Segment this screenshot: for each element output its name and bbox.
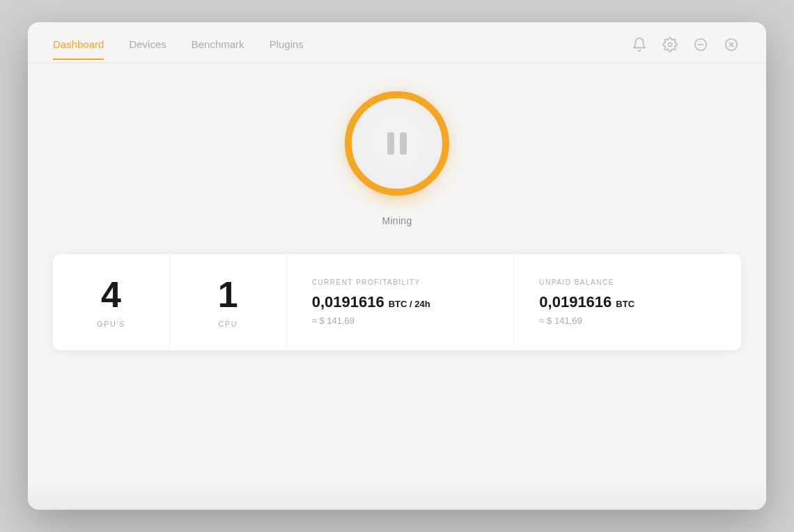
nav-links: Dashboard Devices Benchmark Plugins: [53, 38, 304, 60]
stats-row: 4 GPU'S 1 CPU CURRENT PROFITABILITY 0,01…: [53, 254, 741, 350]
bottom-fade: [28, 482, 766, 510]
gpu-count-value: 4: [101, 276, 121, 313]
bell-icon: [632, 37, 647, 52]
nav-bar: Dashboard Devices Benchmark Plugins: [28, 22, 766, 63]
minimize-icon: [693, 37, 708, 52]
mining-toggle-button[interactable]: [345, 91, 449, 196]
nav-icons: [630, 35, 741, 63]
profitability-btc-value: 0,0191616: [312, 293, 384, 311]
nav-link-devices[interactable]: Devices: [129, 38, 166, 60]
profitability-btc-row: 0,0191616 BTC / 24h: [312, 293, 430, 311]
main-content: Mining 4 GPU'S 1 CPU CURRENT PROFITABILI…: [28, 63, 766, 482]
mining-label: Mining: [382, 215, 412, 226]
svg-point-0: [668, 42, 672, 47]
nav-link-plugins[interactable]: Plugins: [270, 38, 304, 60]
cpu-count-value: 1: [218, 276, 238, 313]
profitability-btc-unit: BTC / 24h: [389, 299, 430, 309]
nav-link-benchmark[interactable]: Benchmark: [192, 38, 244, 60]
gpu-stat-card: 4 GPU'S: [53, 254, 170, 350]
pause-bar-left: [387, 132, 394, 155]
pause-icon: [387, 132, 407, 155]
close-icon: [724, 37, 739, 52]
nav-link-dashboard[interactable]: Dashboard: [53, 38, 104, 60]
profitability-usd: ≈ $ 141,69: [312, 315, 355, 326]
balance-card: UNPAID BALANCE 0,0191616 BTC ≈ $ 141,69: [514, 254, 741, 350]
gear-icon: [662, 37, 678, 52]
pause-bar-right: [400, 132, 407, 155]
minimize-button[interactable]: [691, 35, 710, 54]
balance-header: UNPAID BALANCE: [539, 279, 614, 286]
cpu-label: CPU: [218, 320, 238, 328]
balance-btc-unit: BTC: [616, 299, 635, 309]
balance-btc-row: 0,0191616 BTC: [539, 293, 635, 311]
balance-btc-value: 0,0191616: [539, 293, 612, 311]
mining-button-wrap: Mining: [345, 91, 449, 226]
balance-usd: ≈ $ 141,69: [539, 315, 582, 326]
app-window: Dashboard Devices Benchmark Plugins: [28, 22, 766, 510]
profitability-header: CURRENT PROFITABILITY: [312, 279, 421, 286]
settings-button[interactable]: [660, 35, 680, 54]
cpu-stat-card: 1 CPU: [170, 254, 287, 350]
close-button[interactable]: [722, 35, 741, 54]
notifications-button[interactable]: [630, 35, 649, 54]
profitability-card: CURRENT PROFITABILITY 0,0191616 BTC / 24…: [287, 254, 515, 350]
gpu-label: GPU'S: [97, 320, 125, 328]
